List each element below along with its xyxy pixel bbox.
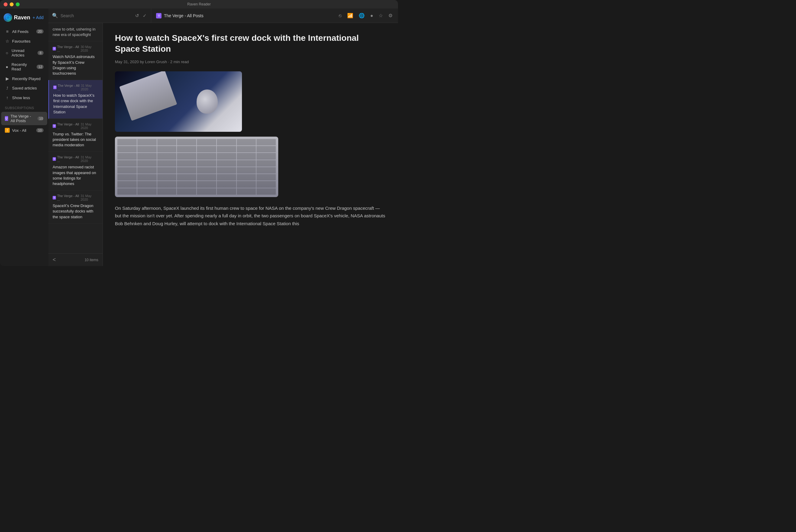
search-toolbar: 🔍 ↺ ✓ (49, 8, 151, 23)
article-title: SpaceX's Crew Dragon successfully docks … (53, 203, 98, 220)
share-icon[interactable]: ⎋ (338, 13, 343, 19)
article-reader: How to watch SpaceX's first crew dock wi… (103, 23, 398, 266)
saved-articles-label: Saved articles (12, 86, 37, 90)
article-date: 31 May 2020 (80, 194, 98, 201)
article-title: Watch NASA astronauts fly SpaceX's Crew … (53, 54, 98, 76)
sidebar-item-all-feeds[interactable]: ≡ All Feeds 20 (1, 27, 47, 36)
verge-badge: 10 (37, 116, 43, 120)
close-button[interactable] (4, 2, 7, 6)
sidebar: 🌐 Raven + Add ≡ All Feeds 20 ☆ Favourite… (0, 8, 49, 266)
article-item[interactable]: ▽ The Verge - All ... 30 May 2020 Watch … (49, 41, 103, 80)
article-image-iss (115, 71, 242, 132)
article-body: On Saturday afternoon, SpaceX launched i… (115, 204, 386, 228)
verge-source-icon: ▽ (53, 124, 56, 128)
article-meta: ▽ The Verge - All ... 31 May 2020 (53, 194, 98, 201)
article-title: How to watch SpaceX's first crew dock wi… (53, 93, 98, 115)
subscriptions-label: SUBSCRIPTIONS (0, 102, 49, 112)
window-title: Raven Reader (187, 2, 210, 6)
sidebar-item-favourites[interactable]: ☆ Favourites (1, 37, 47, 46)
all-feeds-icon: ≡ (5, 29, 10, 34)
feed-title: The Verge - All Posts (164, 13, 204, 18)
title-bar: Raven Reader (0, 0, 398, 8)
verge-source-icon: ▽ (53, 86, 57, 89)
article-byline: May 31, 2020 by Loren Grush · 2 min read (115, 60, 386, 64)
article-list-panel: crew to orbit, ushering in new era of sp… (49, 23, 103, 266)
article-source: ▽ The Verge - All ... (53, 45, 80, 52)
unread-badge: 8 (37, 51, 43, 55)
verge-source-icon: ▽ (53, 157, 56, 161)
traffic-lights (4, 2, 20, 6)
saved-icon: ⤴ (5, 86, 10, 90)
app-body: 🌐 Raven + Add ≡ All Feeds 20 ☆ Favourite… (0, 8, 398, 266)
iss-capsule-graphic (197, 90, 218, 114)
iss-arm-graphic (119, 71, 177, 121)
raven-logo-icon: 🌐 (4, 13, 12, 22)
globe-icon[interactable]: 🌐 (358, 12, 365, 19)
article-source-text: The Verge - All ... (57, 155, 80, 163)
verge-feed-icon: ▽ (5, 116, 8, 121)
sidebar-item-vox[interactable]: ! Vox - All 10 (1, 126, 47, 135)
article-source-text: The Verge - All ... (57, 194, 80, 201)
sidebar-item-show-less[interactable]: ↑ Show less (1, 93, 47, 102)
unread-icon: ○ (5, 51, 9, 55)
feed-title-area: ▽ The Verge - All Posts (156, 13, 338, 18)
article-title: Amazon removed racist images that appear… (53, 165, 98, 187)
mark-read-icon[interactable]: ✓ (142, 13, 147, 19)
article-list-footer: < 10 items (49, 253, 103, 266)
article-source: ▽ The Verge - All ... (53, 84, 81, 91)
article-meta: ▽ The Verge - All ... 31 May 2020 (53, 122, 98, 130)
article-heading: How to watch SpaceX's first crew dock wi… (115, 33, 386, 55)
sidebar-item-recently-read[interactable]: ● Recently Read 12 (1, 60, 47, 73)
article-meta: ▽ The Verge - All ... 31 May 2020 (53, 84, 98, 91)
all-feeds-label: All Feeds (12, 29, 29, 34)
panel-grid (117, 139, 276, 195)
all-feeds-badge: 20 (36, 29, 43, 34)
articles-scroll: ▽ The Verge - All ... 30 May 2020 Watch … (49, 41, 103, 253)
settings-icon[interactable]: ⚙ (388, 12, 393, 19)
article-date: 30 May 2020 (80, 45, 98, 52)
article-source-text: The Verge - All ... (57, 122, 80, 130)
add-button[interactable]: + Add (32, 15, 45, 21)
article-images (115, 71, 386, 197)
items-count: 10 items (85, 258, 98, 262)
article-item[interactable]: ▽ The Verge - All ... 31 May 2020 How to… (49, 80, 103, 119)
recently-read-label: Recently Read (12, 62, 34, 71)
back-button[interactable]: < (53, 256, 56, 263)
article-source: ▽ The Verge - All ... (53, 155, 80, 163)
search-input[interactable] (60, 13, 132, 18)
sidebar-item-verge[interactable]: ▽ The Verge - All Posts 10 (1, 112, 47, 125)
circle-icon[interactable]: ● (370, 13, 374, 19)
sidebar-header: 🌐 Raven + Add (0, 11, 49, 26)
unread-label: Unread Articles (12, 49, 35, 57)
search-icon[interactable]: 🔍 (52, 13, 58, 18)
top-toolbar: 🔍 ↺ ✓ ▽ The Verge - All Posts ⎋ 📶 🌐 ● ☆ … (49, 8, 398, 23)
refresh-icon[interactable]: ↺ (134, 13, 140, 19)
verge-feed-label: The Verge - All Posts (11, 114, 35, 123)
article-meta: ▽ The Verge - All ... 30 May 2020 (53, 45, 98, 52)
favourites-icon: ☆ (5, 39, 10, 43)
article-item[interactable]: ▽ The Verge - All ... 31 May 2020 SpaceX… (49, 190, 103, 224)
maximize-button[interactable] (16, 2, 20, 6)
article-date: 31 May 2020 (81, 84, 98, 91)
wifi-off-icon[interactable]: 📶 (347, 12, 354, 19)
recently-played-label: Recently Played (12, 76, 40, 81)
feed-toolbar: ▽ The Verge - All Posts ⎋ 📶 🌐 ● ☆ ⚙ (151, 8, 398, 23)
verge-source-icon: ▽ (53, 47, 56, 51)
article-item[interactable]: ▽ The Verge - All ... 31 May 2020 Trump … (49, 119, 103, 152)
article-date: 31 May 2020 (80, 122, 98, 130)
minimize-button[interactable] (10, 2, 14, 6)
show-less-label: Show less (12, 96, 30, 100)
sidebar-item-unread-articles[interactable]: ○ Unread Articles 8 (1, 46, 47, 60)
star-icon[interactable]: ☆ (378, 12, 384, 19)
recently-played-icon: ▶ (5, 76, 10, 81)
vox-feed-icon: ! (5, 128, 10, 133)
app-name: Raven (14, 15, 30, 21)
recently-read-badge: 12 (37, 65, 43, 69)
article-item[interactable]: ▽ The Verge - All ... 31 May 2020 Amazon… (49, 152, 103, 190)
prev-article-snippet[interactable]: crew to orbit, ushering in new era of sp… (49, 23, 103, 41)
article-source: ▽ The Verge - All ... (53, 194, 80, 201)
recently-read-icon: ● (5, 64, 9, 69)
article-title: Trump vs. Twitter: The president takes o… (53, 132, 98, 148)
sidebar-item-saved-articles[interactable]: ⤴ Saved articles (1, 84, 47, 93)
sidebar-item-recently-played[interactable]: ▶ Recently Played (1, 74, 47, 83)
